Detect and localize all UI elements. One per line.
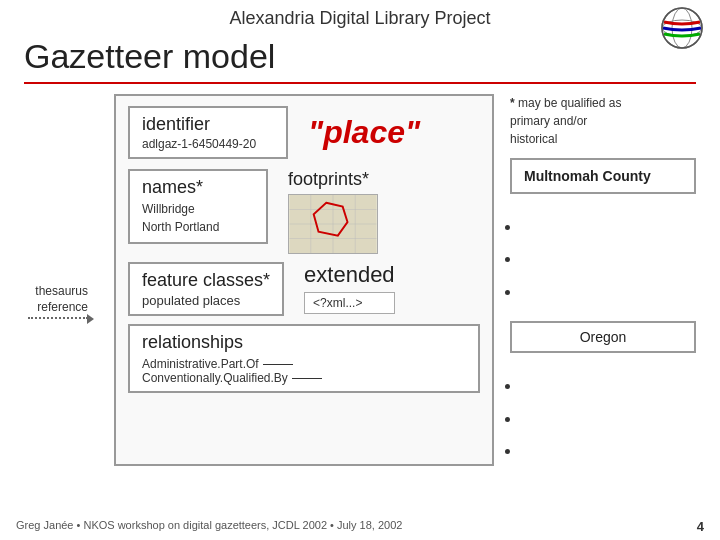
bullet-list-1 <box>510 210 696 307</box>
bullet-item <box>522 434 696 466</box>
bullet-item <box>522 402 696 434</box>
content-area: thesaurus reference identifier adlgaz-1-… <box>0 94 720 466</box>
rel1-line <box>263 364 293 365</box>
oregon-box: Oregon <box>510 321 696 353</box>
identifier-label: identifier <box>142 114 274 135</box>
names-footprints-row: names* Willbridge North Portland footpri… <box>128 169 480 254</box>
header-title: Alexandria Digital Library Project <box>229 8 490 29</box>
qualification-note: * may be qualified as primary and/or his… <box>510 94 696 148</box>
relationships-box: relationships Administrative.Part.Of Con… <box>128 324 480 393</box>
map-thumbnail <box>288 194 378 254</box>
names-label: names* <box>142 177 254 198</box>
bullet-item <box>522 242 696 274</box>
bullet-item <box>522 369 696 401</box>
place-label: "place" <box>308 114 420 151</box>
header: Alexandria Digital Library Project <box>0 0 720 33</box>
qual-line1: may be qualified as <box>518 96 621 110</box>
rel1-label: Administrative.Part.Of <box>142 357 259 371</box>
identifier-value: adlgaz-1-6450449-20 <box>142 137 274 151</box>
oregon-label: Oregon <box>580 329 627 345</box>
asterisk-symbol: * <box>510 96 515 110</box>
feature-extended-row: feature classes* populated places extend… <box>128 262 480 316</box>
county-label: Multnomah County <box>524 168 682 184</box>
feature-box: feature classes* populated places <box>128 262 284 316</box>
bullet-list-2 <box>510 369 696 466</box>
feature-classes-label: feature classes* <box>142 270 270 291</box>
bullet-item <box>522 210 696 242</box>
bullet-item <box>522 275 696 307</box>
names-box: names* Willbridge North Portland <box>128 169 268 244</box>
footprints-label: footprints* <box>288 169 369 190</box>
identifier-box: identifier adlgaz-1-6450449-20 <box>128 106 288 159</box>
thesaurus-text-line2: reference <box>37 300 88 316</box>
qual-line2: primary and/or <box>510 114 587 128</box>
populated-places-label: populated places <box>142 293 270 308</box>
identifier-row: identifier adlgaz-1-6450449-20 "place" <box>128 106 480 159</box>
extended-col: extended <?xml...> <box>304 262 395 314</box>
title-divider <box>24 82 696 84</box>
thesaurus-text-line1: thesaurus <box>35 284 88 300</box>
globe-icon <box>660 6 704 50</box>
thesaurus-label: thesaurus reference <box>0 284 88 319</box>
dotted-arrow-line <box>28 317 88 319</box>
extended-label: extended <box>304 262 395 288</box>
qual-line3: historical <box>510 132 557 146</box>
county-box: Multnomah County <box>510 158 696 194</box>
name-line1: Willbridge <box>142 202 195 216</box>
svg-point-1 <box>672 8 692 48</box>
footer: Greg Janée • NKOS workshop on digital ga… <box>0 519 720 534</box>
relationship-item-1: Administrative.Part.Of <box>142 357 466 371</box>
diagram-box: identifier adlgaz-1-6450449-20 "place" n… <box>114 94 494 466</box>
thesaurus-arrow <box>28 317 88 319</box>
right-panel: * may be qualified as primary and/or his… <box>510 94 696 466</box>
footprints-col: footprints* <box>288 169 378 254</box>
rel2-line <box>292 378 322 379</box>
footer-page-number: 4 <box>697 519 704 534</box>
xml-box: <?xml...> <box>304 292 395 314</box>
relationship-item-2: Conventionally.Qualified.By <box>142 371 466 385</box>
name-line2: North Portland <box>142 220 219 234</box>
names-value: Willbridge North Portland <box>142 200 254 236</box>
rel2-label: Conventionally.Qualified.By <box>142 371 288 385</box>
relationships-label: relationships <box>142 332 466 353</box>
page-title: Gazetteer model <box>0 33 720 82</box>
footer-text: Greg Janée • NKOS workshop on digital ga… <box>16 519 697 534</box>
